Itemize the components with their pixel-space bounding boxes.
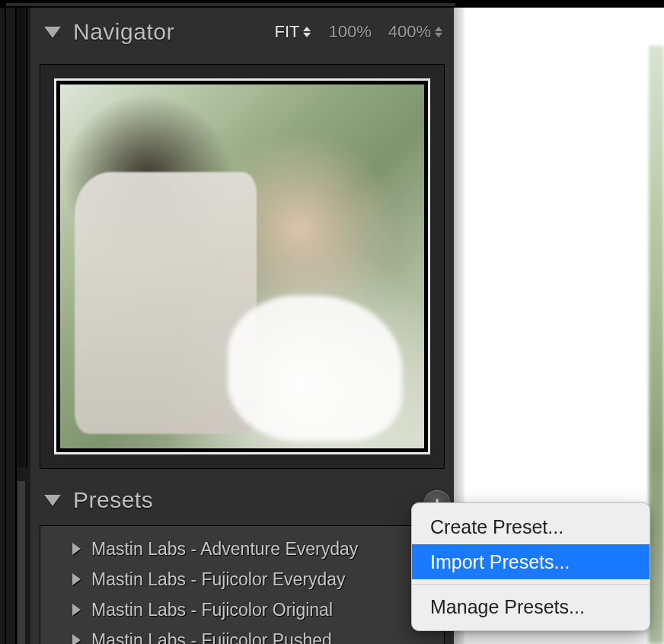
zoom-400-option[interactable]: 400% [388,22,443,42]
navigator-preview-box [40,64,445,469]
disclosure-right-icon [72,634,81,644]
window-titlebar [0,0,664,8]
panel-rail [0,8,30,644]
zoom-100-option[interactable]: 100% [328,22,371,42]
preset-folder[interactable]: Mastin Labs - Adventure Everyday [40,534,444,564]
left-sidebar: Navigator FIT 100% 400% [30,8,454,644]
zoom-100-label: 100% [328,22,371,42]
presets-list: Mastin Labs - Adventure Everyday Mastin … [40,525,445,644]
preset-folder-label: Mastin Labs - Fujicolor Original [91,600,333,620]
disclosure-down-icon [44,495,61,506]
navigator-thumbnail-image [60,84,424,448]
zoom-fit-label: FIT [274,22,299,42]
presets-context-menu: Create Preset... Import Presets... Manag… [411,502,650,631]
navigator-panel-header[interactable]: Navigator FIT 100% 400% [30,8,454,56]
preset-folder[interactable]: Mastin Labs - Fujicolor Original [40,595,444,625]
preset-folder[interactable]: Mastin Labs - Fujicolor Everyday [40,564,444,595]
navigator-title: Navigator [73,19,274,45]
menu-import-presets[interactable]: Import Presets... [412,544,650,579]
presets-panel-header[interactable]: Presets + [30,478,454,522]
main-image-edge [649,46,664,644]
preset-folder-label: Mastin Labs - Adventure Everyday [91,539,358,560]
menu-manage-presets[interactable]: Manage Presets... [412,589,650,624]
zoom-400-label: 400% [388,22,431,42]
zoom-options: FIT 100% 400% [274,22,443,42]
menu-create-preset[interactable]: Create Preset... [412,509,650,544]
preset-folder-label: Mastin Labs - Fujicolor Everyday [91,569,346,590]
disclosure-right-icon [72,573,81,585]
menu-create-preset-label: Create Preset... [430,516,563,538]
presets-title: Presets [73,487,449,513]
disclosure-down-icon [44,27,61,38]
menu-import-presets-label: Import Presets... [430,551,570,573]
app-window: Navigator FIT 100% 400% [0,0,664,644]
menu-separator [412,584,650,585]
disclosure-right-icon [72,604,81,616]
zoom-fit-option[interactable]: FIT [274,22,311,42]
menu-manage-presets-label: Manage Presets... [430,596,585,618]
preset-folder[interactable]: Mastin Labs - Fujicolor Pushed [40,625,444,644]
navigator-thumbnail-frame[interactable] [54,78,430,454]
preset-folder-label: Mastin Labs - Fujicolor Pushed [91,630,332,645]
disclosure-right-icon [72,543,81,555]
zoom-fit-stepper[interactable] [302,27,311,37]
zoom-400-stepper[interactable] [434,27,443,37]
